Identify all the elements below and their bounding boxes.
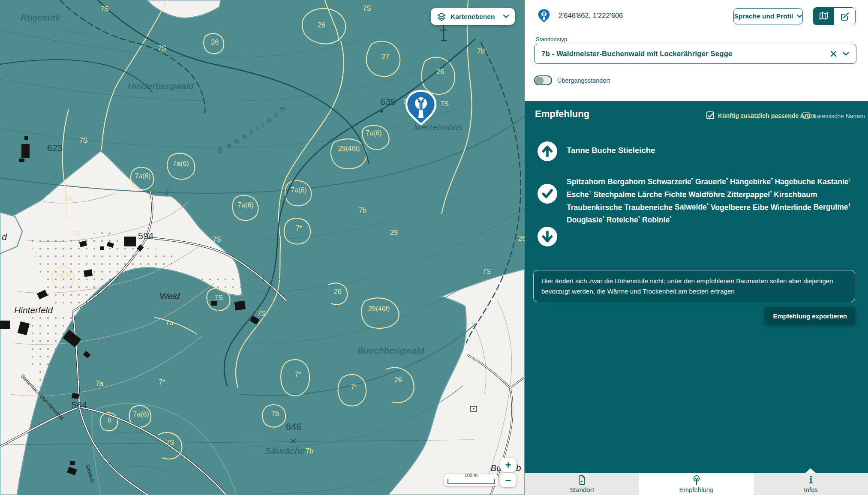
svg-text:7*: 7* [159, 378, 165, 386]
clear-selection-button[interactable] [830, 51, 837, 57]
svg-text:7a(6): 7a(6) [237, 201, 253, 209]
edit-view-button[interactable] [834, 8, 855, 25]
svg-text:26: 26 [436, 68, 444, 75]
select-dropdown-button[interactable] [843, 52, 849, 56]
svg-text:27: 27 [381, 53, 389, 60]
svg-text:635: 635 [380, 96, 396, 107]
svg-text:26: 26 [394, 376, 402, 384]
svg-text:7a(6): 7a(6) [135, 172, 150, 180]
map-view-button[interactable] [813, 8, 834, 25]
svg-text:7b: 7b [477, 48, 485, 55]
suitable-species-list: Spitzahorn Bergahorn Schwarzerle* Grauer… [567, 174, 858, 225]
svg-text:29(46t): 29(46t) [368, 305, 390, 312]
check-circle-icon [541, 187, 554, 200]
svg-text:Säuräche: Säuräche [265, 446, 305, 456]
zoom-out-button[interactable]: − [500, 473, 516, 487]
view-mode-switch [813, 7, 856, 25]
zoom-in-button[interactable]: + [500, 458, 516, 472]
map-zoom-controls: + − [500, 458, 516, 487]
map-svg[interactable]: Babeliloch 7S267S7S7a(6)7a(6)267S27267b7… [0, 0, 525, 495]
map-canvas[interactable]: Babeliloch 7S267S7S7a(6)7a(6)267S27267b7… [0, 0, 525, 495]
language-profile-label: Sprache und Profil [734, 12, 793, 20]
toggle-knob [535, 77, 544, 85]
svg-text:623: 623 [47, 143, 63, 153]
svg-text:d: d [2, 232, 7, 242]
chevron-down-icon [503, 15, 509, 18]
svg-text:Weid: Weid [159, 291, 180, 301]
standortstyp-label: Standortstyp [536, 36, 567, 42]
svg-text:26: 26 [518, 235, 525, 242]
svg-text:7S: 7S [166, 439, 174, 446]
empfehlung-section: Empfehlung Künftig zusätzlich passende A… [525, 101, 868, 473]
svg-text:7a: 7a [165, 319, 173, 327]
panel-header: 2'646'862, 1'222'606 Sprache und Profil [525, 0, 868, 101]
svg-text:7S: 7S [482, 268, 491, 275]
svg-text:646: 646 [286, 421, 302, 432]
standortstyp-value: 7b - Waldmeister-Buchenwald mit Lockeräh… [541, 50, 824, 58]
scale-label: 100 m [448, 473, 494, 478]
bottom-tab-bar: Standort Empfehlung Infos [525, 473, 868, 495]
app: Babeliloch 7S267S7S7a(6)7a(6)267S27267b7… [0, 0, 868, 495]
svg-text:7a(6): 7a(6) [366, 129, 381, 137]
svg-text:7b: 7b [359, 207, 366, 214]
future-species-label: Künftig zusätzlich passende Arten [718, 112, 816, 119]
promoted-species-icon [538, 141, 557, 161]
svg-text:7S: 7S [63, 195, 72, 202]
svg-text:7b: 7b [306, 447, 313, 455]
svg-text:Hinderbergwald: Hinderbergwald [128, 81, 194, 91]
export-recommendation-button[interactable]: Empfehlung exportieren [765, 307, 855, 324]
not-recommended-species-icon [538, 227, 557, 246]
suitable-species-icon [538, 184, 557, 204]
svg-text:7S: 7S [214, 294, 223, 301]
tree-icon [692, 475, 701, 485]
side-panel: 2'646'862, 1'222'606 Sprache und Profil [525, 0, 868, 495]
range-icon [471, 406, 477, 411]
svg-text:7S: 7S [440, 100, 449, 108]
latin-names-label: Lateinische Namen [814, 113, 865, 120]
chevron-down-icon [797, 15, 802, 18]
promoted-species-list: Tanne Buche Stieleiche [567, 146, 655, 155]
svg-text:7a(6): 7a(6) [291, 186, 306, 194]
info-icon [806, 475, 816, 485]
document-icon [577, 475, 587, 485]
svg-text:7*: 7* [351, 383, 357, 390]
svg-text:7S: 7S [363, 5, 371, 12]
uebergangsstandort-row: Übergangsstandort [534, 75, 610, 85]
arrow-down-circle-icon [541, 230, 554, 243]
svg-text:1: 1 [34, 251, 38, 258]
uebergangsstandort-toggle[interactable] [534, 75, 552, 85]
svg-text:7a: 7a [96, 380, 103, 387]
map-icon [819, 11, 829, 21]
export-recommendation-label: Empfehlung exportieren [773, 312, 847, 320]
svg-text:7a(6): 7a(6) [55, 272, 71, 279]
map-layers-button[interactable]: Kartenebenen [431, 8, 515, 25]
future-species-checkbox[interactable] [706, 111, 714, 119]
tab-standort-label: Standort [570, 486, 594, 493]
svg-text:29: 29 [390, 229, 398, 236]
map-layers-label: Kartenebenen [451, 13, 499, 21]
svg-text:Buechberigwald: Buechberigwald [357, 345, 425, 355]
tab-empfehlung-label: Empfehlung [679, 486, 713, 493]
map-scalebar: 100 m [444, 474, 498, 486]
svg-text:594: 594 [138, 231, 154, 241]
svg-text:7a(6): 7a(6) [133, 411, 149, 418]
svg-text:7*: 7* [294, 371, 301, 378]
scale-line: 100 m [448, 479, 495, 484]
tab-empfehlung[interactable]: Empfehlung [639, 473, 754, 495]
layers-icon [437, 12, 446, 21]
chevron-down-icon [843, 52, 849, 56]
language-profile-button[interactable]: Sprache und Profil [733, 8, 803, 24]
tab-standort[interactable]: Standort [525, 473, 639, 495]
tab-infos[interactable]: Infos [754, 473, 868, 495]
standortstyp-select[interactable]: 7b - Waldmeister-Buchenwald mit Lockeräh… [534, 44, 856, 64]
svg-text:26: 26 [211, 39, 219, 46]
svg-text:7S: 7S [213, 236, 221, 243]
arrow-up-circle-icon [541, 145, 554, 158]
check-icon [708, 113, 713, 118]
svg-text:26: 26 [318, 21, 325, 29]
svg-text:7*: 7* [295, 225, 302, 232]
svg-text:Hinterfeld: Hinterfeld [14, 305, 53, 315]
svg-text:7S: 7S [158, 45, 166, 52]
latin-names-checkbox[interactable] [802, 112, 810, 119]
svg-text:7S: 7S [100, 5, 109, 12]
